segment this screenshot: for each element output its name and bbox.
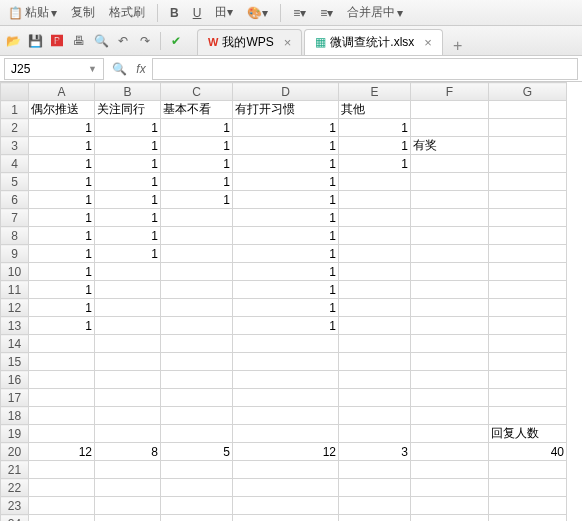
cell-G18[interactable] [489, 407, 567, 425]
cell-D17[interactable] [233, 389, 339, 407]
copy-button[interactable]: 复制 [67, 2, 99, 23]
pdf-icon[interactable]: 🅿 [48, 32, 66, 50]
format-painter-button[interactable]: 格式刷 [105, 2, 149, 23]
cell-A10[interactable]: 1 [29, 263, 95, 281]
row-header-22[interactable]: 22 [1, 479, 29, 497]
cell-B15[interactable] [95, 353, 161, 371]
cell-C11[interactable] [161, 281, 233, 299]
cell-G17[interactable] [489, 389, 567, 407]
underline-button[interactable]: U [189, 4, 206, 22]
cell-B24[interactable] [95, 515, 161, 522]
cell-F6[interactable] [411, 191, 489, 209]
cell-C14[interactable] [161, 335, 233, 353]
cell-C8[interactable] [161, 227, 233, 245]
cell-F18[interactable] [411, 407, 489, 425]
save-icon[interactable]: 💾 [26, 32, 44, 50]
cell-F10[interactable] [411, 263, 489, 281]
cell-F4[interactable] [411, 155, 489, 173]
cell-B1[interactable]: 关注同行 [95, 101, 161, 119]
cell-F17[interactable] [411, 389, 489, 407]
cell-G2[interactable] [489, 119, 567, 137]
cell-G22[interactable] [489, 479, 567, 497]
cell-F19[interactable] [411, 425, 489, 443]
row-header-17[interactable]: 17 [1, 389, 29, 407]
cell-B21[interactable] [95, 461, 161, 479]
cell-D6[interactable]: 1 [233, 191, 339, 209]
cell-E19[interactable] [339, 425, 411, 443]
align-button2[interactable]: ≡▾ [316, 4, 337, 22]
cell-E10[interactable] [339, 263, 411, 281]
cell-B19[interactable] [95, 425, 161, 443]
cell-C6[interactable]: 1 [161, 191, 233, 209]
cell-D15[interactable] [233, 353, 339, 371]
cell-D13[interactable]: 1 [233, 317, 339, 335]
cell-G9[interactable] [489, 245, 567, 263]
cell-D5[interactable]: 1 [233, 173, 339, 191]
col-header-B[interactable]: B [95, 83, 161, 101]
cell-B8[interactable]: 1 [95, 227, 161, 245]
cell-E2[interactable]: 1 [339, 119, 411, 137]
cell-A23[interactable] [29, 497, 95, 515]
cell-F3[interactable]: 有奖 [411, 137, 489, 155]
cell-A24[interactable] [29, 515, 95, 522]
col-header-E[interactable]: E [339, 83, 411, 101]
cell-C12[interactable] [161, 299, 233, 317]
print-icon[interactable]: 🖶 [70, 32, 88, 50]
cell-F21[interactable] [411, 461, 489, 479]
cell-A6[interactable]: 1 [29, 191, 95, 209]
row-header-8[interactable]: 8 [1, 227, 29, 245]
cell-F13[interactable] [411, 317, 489, 335]
cell-C18[interactable] [161, 407, 233, 425]
cell-A3[interactable]: 1 [29, 137, 95, 155]
cell-F15[interactable] [411, 353, 489, 371]
new-tab-button[interactable]: + [445, 37, 470, 55]
cell-F14[interactable] [411, 335, 489, 353]
cell-A12[interactable]: 1 [29, 299, 95, 317]
cell-A16[interactable] [29, 371, 95, 389]
cell-D12[interactable]: 1 [233, 299, 339, 317]
cell-E12[interactable] [339, 299, 411, 317]
cell-B20[interactable]: 8 [95, 443, 161, 461]
cell-B11[interactable] [95, 281, 161, 299]
name-box[interactable]: J25 ▼ [4, 58, 104, 80]
formula-input[interactable] [152, 58, 578, 80]
cell-G24[interactable] [489, 515, 567, 522]
cell-E13[interactable] [339, 317, 411, 335]
cell-D9[interactable]: 1 [233, 245, 339, 263]
cell-E17[interactable] [339, 389, 411, 407]
cell-D23[interactable] [233, 497, 339, 515]
open-icon[interactable]: 📂 [4, 32, 22, 50]
cell-E24[interactable] [339, 515, 411, 522]
cell-C20[interactable]: 5 [161, 443, 233, 461]
undo-icon[interactable]: ↶ [114, 32, 132, 50]
check-icon[interactable]: ✔ [167, 32, 185, 50]
cell-G21[interactable] [489, 461, 567, 479]
cell-F1[interactable] [411, 101, 489, 119]
cell-G16[interactable] [489, 371, 567, 389]
cell-G12[interactable] [489, 299, 567, 317]
col-header-C[interactable]: C [161, 83, 233, 101]
cell-A9[interactable]: 1 [29, 245, 95, 263]
cell-G1[interactable] [489, 101, 567, 119]
cell-A19[interactable] [29, 425, 95, 443]
cell-G14[interactable] [489, 335, 567, 353]
cell-E8[interactable] [339, 227, 411, 245]
cell-G23[interactable] [489, 497, 567, 515]
cell-C7[interactable] [161, 209, 233, 227]
row-header-4[interactable]: 4 [1, 155, 29, 173]
row-header-18[interactable]: 18 [1, 407, 29, 425]
cell-B18[interactable] [95, 407, 161, 425]
cell-C22[interactable] [161, 479, 233, 497]
cell-G5[interactable] [489, 173, 567, 191]
tab-wps-home[interactable]: W 我的WPS × [197, 29, 302, 55]
cell-F22[interactable] [411, 479, 489, 497]
cell-C24[interactable] [161, 515, 233, 522]
cell-D16[interactable] [233, 371, 339, 389]
cell-F24[interactable] [411, 515, 489, 522]
cell-C15[interactable] [161, 353, 233, 371]
cell-D1[interactable]: 有打开习惯 [233, 101, 339, 119]
row-header-21[interactable]: 21 [1, 461, 29, 479]
select-all-corner[interactable] [1, 83, 29, 101]
cell-C2[interactable]: 1 [161, 119, 233, 137]
paste-button[interactable]: 📋粘贴▾ [4, 2, 61, 23]
